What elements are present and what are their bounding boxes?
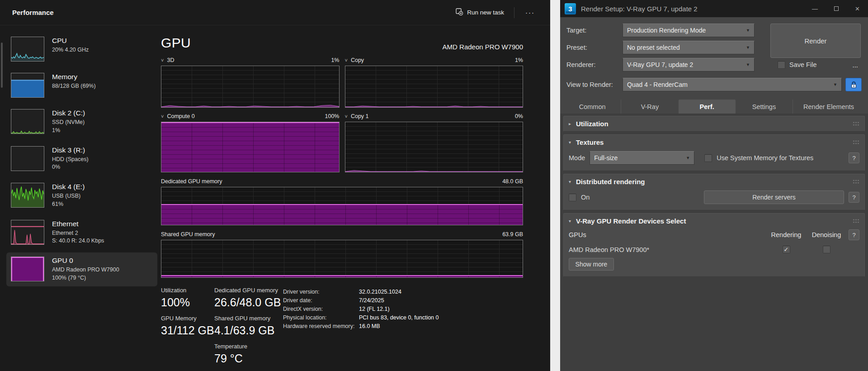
detail-value: 7/24/2025 xyxy=(359,296,384,305)
gpu-device-row-label: AMD Radeon PRO W7900* xyxy=(569,246,765,253)
chevron-down-icon[interactable]: ˅ xyxy=(345,58,348,63)
gpu0-item-text: GPU 0 AMD Radeon PRO W7900 100% (79 °C) xyxy=(52,257,119,282)
rollout-gpu-devices-header[interactable]: ▾ V-Ray GPU Render Devices Select xyxy=(569,214,859,228)
renderer-dropdown[interactable]: V-Ray GPU 7, update 2 ▼ xyxy=(623,58,755,71)
help-button[interactable]: ? xyxy=(849,152,859,163)
tab-render-elements[interactable]: Render Elements xyxy=(793,100,864,114)
gpu-stats-col1: Utilization 100% GPU Memory 31/112 GB xyxy=(161,287,214,371)
gpu-devices-grid: GPUs Rendering Denoising ? AMD Radeon PR… xyxy=(569,228,859,256)
maximize-button[interactable] xyxy=(826,0,847,17)
gpu-detail-panel: GPU AMD Radeon PRO W7900 ˅ 3D 1% ˅ Copy … xyxy=(161,25,550,371)
tab-common[interactable]: Common xyxy=(564,100,621,114)
stat-utilization: Utilization 100% xyxy=(161,287,214,309)
preset-dropdown-value: No preset selected xyxy=(627,44,680,51)
drag-grip-icon[interactable] xyxy=(853,219,859,224)
save-file-group: Save File xyxy=(778,61,816,69)
task-manager-window: Performance Run new task ··· xyxy=(0,0,550,371)
tab-vray[interactable]: V-Ray xyxy=(621,100,678,114)
tab-settings[interactable]: Settings xyxy=(736,100,793,114)
more-options-button[interactable]: ··· xyxy=(519,7,541,18)
rollout-textures-header[interactable]: ▾ Textures xyxy=(569,135,859,150)
expanded-arrow-icon: ▾ xyxy=(569,219,576,224)
gpu-stats: Utilization 100% GPU Memory 31/112 GB De… xyxy=(161,287,523,371)
ethernet-item-line2: S: 40.0 R: 24.0 Kbps xyxy=(52,237,104,245)
window-gap xyxy=(550,0,560,371)
drag-grip-icon[interactable] xyxy=(853,179,859,184)
cpu-item-line1: 20% 4.20 GHz xyxy=(52,46,89,54)
detail-value: 12 (FL 12.1) xyxy=(359,305,390,314)
stat-dedicated-memory-value: 26.6/48.0 GB xyxy=(214,296,283,309)
chevron-down-icon[interactable]: ˅ xyxy=(161,58,164,63)
render-servers-button[interactable]: Render servers xyxy=(704,190,844,204)
target-dropdown-value: Production Rendering Mode xyxy=(627,27,706,34)
rollout-utilization-header[interactable]: ▸ Utilization xyxy=(569,116,859,131)
help-button[interactable]: ? xyxy=(849,229,859,240)
rollout-distributed-header[interactable]: ▾ Distributed rendering xyxy=(569,174,859,189)
sidebar-item-memory[interactable]: Memory 88/128 GB (69%) xyxy=(6,69,157,102)
expanded-arrow-icon: ▾ xyxy=(569,179,576,184)
sidebar-item-cpu[interactable]: CPU 20% 4.20 GHz xyxy=(6,33,157,66)
titlebar-divider xyxy=(514,7,514,18)
run-new-task-button[interactable]: Run new task xyxy=(450,5,509,20)
minimize-button[interactable]: — xyxy=(804,0,826,17)
ethernet-item-text: Ethernet Ethernet 2 S: 40.0 R: 24.0 Kbps xyxy=(52,220,104,246)
detail-key: Hardware reserved memory: xyxy=(283,322,359,331)
sidebar-item-disk4[interactable]: Disk 4 (E:) USB (USB) 61% xyxy=(6,179,157,213)
sidebar-scrollbar[interactable] xyxy=(1,43,3,88)
render-setup-title: Render Setup: V-Ray GPU 7, update 2 xyxy=(581,5,804,13)
chart-copy1 xyxy=(345,122,524,172)
view-lock-button[interactable] xyxy=(845,78,862,91)
save-file-checkbox[interactable] xyxy=(778,61,785,69)
drag-grip-icon[interactable] xyxy=(853,121,859,126)
tab-perf[interactable]: Perf. xyxy=(679,100,736,114)
view-to-render-dropdown[interactable]: Quad 4 - RenderCam ▼ xyxy=(623,78,842,91)
rollout-distributed-title: Distributed rendering xyxy=(576,178,645,186)
sidebar-item-disk2[interactable]: Disk 2 (C:) SSD (NVMe) 1% xyxy=(6,105,157,139)
rollout-distributed-rendering: ▾ Distributed rendering On Render server… xyxy=(563,174,865,210)
save-file-browse-button[interactable]: ... xyxy=(852,61,862,69)
rendering-checkbox[interactable]: ✓ xyxy=(783,246,790,253)
chevron-down-icon[interactable]: ˅ xyxy=(161,114,164,119)
drag-grip-icon[interactable] xyxy=(853,140,859,145)
task-manager-body: CPU 20% 4.20 GHz Memory 88/128 GB (69%) … xyxy=(0,25,550,371)
chevron-down-icon[interactable]: ˅ xyxy=(345,114,348,119)
stat-utilization-value: 100% xyxy=(161,296,214,309)
disk2-item-text: Disk 2 (C:) SSD (NVMe) 1% xyxy=(52,109,85,135)
cpu-sparkline xyxy=(11,37,44,62)
rollout-gpu-devices-title: V-Ray GPU Render Devices Select xyxy=(576,217,686,225)
renderer-row: Renderer: V-Ray GPU 7, update 2 ▼ Save F… xyxy=(566,58,862,71)
dropdown-arrow-icon: ▼ xyxy=(742,28,750,33)
memory-item-title: Memory xyxy=(52,73,96,81)
show-more-button[interactable]: Show more xyxy=(569,258,614,271)
disk3-item-title: Disk 3 (R:) xyxy=(52,146,89,154)
detail-key: Driver date: xyxy=(283,296,359,305)
target-dropdown[interactable]: Production Rendering Mode ▼ xyxy=(623,24,755,37)
sidebar-item-disk3[interactable]: Disk 3 (R:) HDD (Spaces) 0% xyxy=(6,142,157,176)
render-button[interactable]: Render xyxy=(770,24,861,58)
detail-key: Physical location: xyxy=(283,314,359,322)
memory-sparkline xyxy=(11,73,44,98)
denoising-checkbox[interactable] xyxy=(823,246,830,253)
rollout-utilization-title: Utilization xyxy=(576,120,609,128)
disk4-sparkline xyxy=(11,183,44,208)
lock-icon xyxy=(850,81,857,89)
preset-dropdown[interactable]: No preset selected ▼ xyxy=(623,41,755,54)
preset-label: Preset: xyxy=(566,44,623,51)
stat-dedicated-memory-label: Dedicated GPU memory xyxy=(214,287,283,294)
detail-key: Driver version: xyxy=(283,288,359,296)
close-button[interactable]: ✕ xyxy=(847,0,868,17)
sidebar-item-gpu0[interactable]: GPU 0 AMD Radeon PRO W7900 100% (79 °C) xyxy=(6,252,157,286)
shared-memory-label: Shared GPU memory xyxy=(161,231,215,238)
shared-memory-capacity: 63.9 GB xyxy=(502,231,523,238)
gpu0-item-title: GPU 0 xyxy=(52,257,119,265)
use-system-memory-checkbox[interactable] xyxy=(704,154,712,162)
use-system-memory-label: Use System Memory for Textures xyxy=(717,154,813,162)
maximize-icon xyxy=(834,6,839,11)
texture-mode-dropdown[interactable]: Full-size ▼ xyxy=(590,151,694,165)
sidebar-item-ethernet[interactable]: Ethernet Ethernet 2 S: 40.0 R: 24.0 Kbps xyxy=(6,216,157,250)
help-button[interactable]: ? xyxy=(849,192,859,203)
gpu-panel-header: GPU AMD Radeon PRO W7900 xyxy=(161,35,523,51)
distributed-on-checkbox[interactable] xyxy=(569,194,576,201)
distributed-row: On Render servers ? xyxy=(569,189,859,210)
expanded-arrow-icon: ▾ xyxy=(569,140,576,145)
